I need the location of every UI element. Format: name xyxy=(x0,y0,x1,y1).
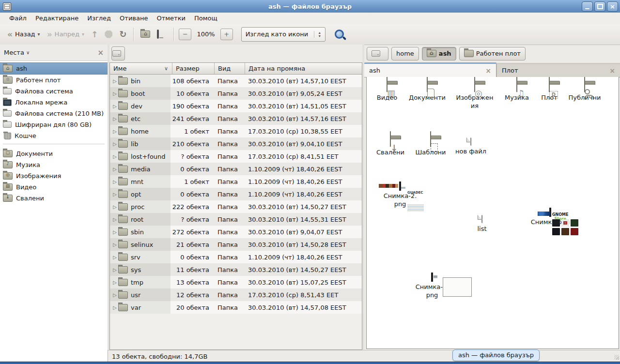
file-new-file[interactable]: нов файл xyxy=(449,138,493,155)
table-row[interactable]: ▷ media 0 обекта Папка 1.10.2009 (чт) 18… xyxy=(110,163,362,175)
stop-button[interactable] xyxy=(101,28,116,41)
path-current-button[interactable]: ash xyxy=(422,47,456,61)
table-row[interactable]: ▷ selinux 21 обекта Папка 30.03.2010 (вт… xyxy=(110,238,362,251)
sidebar-item[interactable]: Файлова система (210 MB) xyxy=(0,108,108,119)
sidebar-item[interactable]: Свалени xyxy=(0,193,108,204)
folder-video[interactable]: Видео xyxy=(366,84,409,102)
expander-icon[interactable]: ▷ xyxy=(111,280,118,285)
up-button[interactable]: ↑ xyxy=(88,27,101,42)
tab-close-icon[interactable]: × xyxy=(485,67,491,75)
expander-icon[interactable]: ▷ xyxy=(111,192,118,197)
menu-item[interactable]: Отиване xyxy=(115,13,152,23)
expander-icon[interactable]: ▷ xyxy=(111,91,118,96)
table-row[interactable]: ▷ tmp 13 обекта Папка 30.03.2010 (вт) 15… xyxy=(110,276,362,288)
close-button[interactable]: × xyxy=(607,1,618,12)
sidebar-item[interactable]: Изображения xyxy=(0,170,108,182)
menu-item[interactable]: Файл xyxy=(5,13,31,23)
expander-icon[interactable]: ▷ xyxy=(111,217,118,222)
path-desktop-button[interactable]: Работен плот xyxy=(459,47,526,61)
expander-icon[interactable]: ▷ xyxy=(111,167,118,172)
file-snimka-2[interactable]: GUADEC Снимка-2. png xyxy=(375,182,425,208)
expander-icon[interactable]: ▷ xyxy=(111,292,118,298)
folder-templates[interactable]: Шаблони xyxy=(409,139,452,156)
folder-downloads[interactable]: Свалени xyxy=(369,139,412,156)
table-row[interactable]: ▷ lost+found ? обекта Папка 17.03.2010 (… xyxy=(110,150,362,163)
table-row[interactable]: ▷ boot 10 обекта Папка 30.03.2010 (вт) 9… xyxy=(110,87,362,100)
expander-icon[interactable]: ▷ xyxy=(111,179,118,184)
expander-icon[interactable]: ▷ xyxy=(111,204,118,210)
expander-icon[interactable]: ▷ xyxy=(111,141,118,147)
sidebar-item[interactable]: Кошче xyxy=(0,130,108,141)
expander-icon[interactable]: ▷ xyxy=(111,267,118,273)
sidebar-close-icon[interactable]: × xyxy=(97,48,104,57)
path-home-button[interactable]: home xyxy=(391,47,419,61)
table-row[interactable]: ▷ sbin 272 обекта Папка 30.03.2010 (вт) … xyxy=(110,226,362,238)
sidebar-title[interactable]: Места xyxy=(4,49,24,56)
table-row[interactable]: ▷ etc 241 обекта Папка 30.03.2010 (вт) 1… xyxy=(110,112,362,125)
sidebar-item[interactable]: Видео xyxy=(0,182,108,193)
minimize-button[interactable] xyxy=(582,1,593,12)
file-snimka-1[interactable]: Снимка-1. png xyxy=(407,273,457,299)
menu-item[interactable]: Редактиране xyxy=(31,13,83,23)
column-header-name[interactable]: Име ∨ xyxy=(110,63,172,75)
home-button[interactable] xyxy=(137,28,154,40)
table-row[interactable]: ▷ home 1 обект Папка 17.03.2010 (ср) 10,… xyxy=(110,125,362,137)
column-header-date[interactable]: Дата на промяна xyxy=(245,63,362,75)
table-row[interactable]: ▷ mnt 1 обект Папка 1.10.2009 (чт) 18,40… xyxy=(110,175,362,188)
combo-spinner-icon[interactable]: ▴▾ xyxy=(314,31,325,38)
sidebar-item[interactable]: Музика xyxy=(0,159,108,170)
table-row[interactable]: ▷ lib 210 обекта Папка 30.03.2010 (вт) 9… xyxy=(110,137,362,150)
zoom-out-button[interactable]: − xyxy=(179,29,191,40)
table-row[interactable]: ▷ usr 12 обекта Папка 17.03.2010 (ср) 8,… xyxy=(110,288,362,301)
expander-icon[interactable]: ▷ xyxy=(111,255,118,260)
sidebar-item[interactable]: Документи xyxy=(0,148,108,159)
table-row[interactable]: ▷ srv 0 обекта Папка 1.10.2009 (чт) 18,4… xyxy=(110,251,362,263)
expander-icon[interactable]: ▷ xyxy=(111,305,118,310)
table-row[interactable]: ▷ sys 11 обекта Папка 30.03.2010 (вт) 14… xyxy=(110,263,362,276)
expander-icon[interactable]: ▷ xyxy=(111,154,118,159)
computer-button[interactable] xyxy=(154,28,170,41)
zoom-in-button[interactable]: + xyxy=(220,29,233,40)
folder-public[interactable]: Публични xyxy=(563,84,606,102)
folder-documents[interactable]: Документи xyxy=(405,84,449,102)
file-list[interactable]: list xyxy=(460,215,504,233)
tab-ash[interactable]: ash × xyxy=(364,62,496,77)
table-row[interactable]: ▷ root ? обекта Папка 30.03.2010 (вт) 14… xyxy=(110,213,362,226)
search-button[interactable] xyxy=(332,30,347,39)
forward-button[interactable]: » Напред ▾ xyxy=(44,28,88,41)
back-dropdown-icon[interactable]: ▾ xyxy=(38,31,40,37)
file-snimka[interactable]: GNOME Store Снимка.png xyxy=(524,209,576,226)
column-header-type[interactable]: Вид xyxy=(215,63,245,75)
column-header-size[interactable]: Размер xyxy=(172,63,215,75)
table-row[interactable]: ▷ dev 190 обекта Папка 30.03.2010 (вт) 1… xyxy=(110,100,362,112)
sidebar-item[interactable]: Работен плот xyxy=(0,75,108,86)
tab-plot[interactable]: Плот × xyxy=(496,63,620,77)
maximize-button[interactable] xyxy=(594,1,605,12)
folder-images[interactable]: Изображен ия xyxy=(453,84,496,110)
table-row[interactable]: ▷ bin 108 обекта Папка 30.03.2010 (вт) 1… xyxy=(110,75,362,87)
menu-item[interactable]: Изглед xyxy=(83,13,115,23)
back-button[interactable]: « Назад ▾ xyxy=(4,28,44,41)
chevron-down-icon[interactable]: ∨ xyxy=(26,50,30,55)
resize-grip[interactable] xyxy=(614,355,619,360)
sidebar-item[interactable]: Файлова система xyxy=(0,86,108,97)
expander-icon[interactable]: ▷ xyxy=(111,104,118,109)
path-root-button[interactable] xyxy=(367,47,388,61)
sidebar-item[interactable]: ash xyxy=(0,62,108,75)
expander-icon[interactable]: ▷ xyxy=(111,116,118,121)
expander-icon[interactable]: ▷ xyxy=(111,129,118,134)
reload-button[interactable]: ↻ xyxy=(116,28,130,41)
table-row[interactable]: ▷ proc 222 обекта Папка 30.03.2010 (вт) … xyxy=(110,200,362,213)
tab-close-icon[interactable]: × xyxy=(609,67,615,75)
expander-icon[interactable]: ▷ xyxy=(111,78,118,84)
sidebar-item[interactable]: Локална мрежа xyxy=(0,97,108,108)
root-filesystem-button[interactable] xyxy=(111,46,125,61)
menu-item[interactable]: Отметки xyxy=(152,13,189,23)
expander-icon[interactable]: ▷ xyxy=(111,242,118,247)
view-mode-select[interactable]: Изглед като икони ▴▾ xyxy=(241,27,326,42)
expander-icon[interactable]: ▷ xyxy=(111,229,118,235)
sidebar-item[interactable]: Шифриран дял (80 GB) xyxy=(0,119,108,130)
icon-view[interactable]: Видео Документи Изображен ия Музика Плот… xyxy=(366,77,619,349)
table-row[interactable]: ▷ opt 0 обекта Папка 1.10.2009 (чт) 18,4… xyxy=(110,188,362,200)
table-row[interactable]: ▷ var 20 обекта Папка 30.03.2010 (вт) 14… xyxy=(110,301,362,314)
